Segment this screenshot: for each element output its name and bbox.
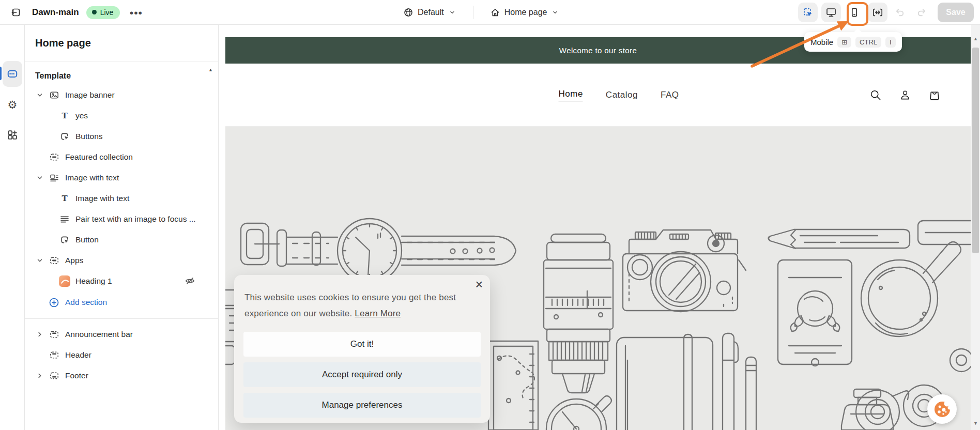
paragraph-icon [59,214,70,224]
preview-stage: Welcome to our store Home Catalog FAQ [219,25,980,430]
tree-item-heading-1[interactable]: Heading 1 [25,271,218,291]
ellipsis-icon: ••• [130,7,143,18]
inspect-cursor-icon [802,7,814,18]
tree-item-announcement-bar[interactable]: Announcement bar [25,324,218,345]
rail-item-theme-settings[interactable]: ⚙ [3,95,22,115]
nav-link-home[interactable]: Home [559,89,583,101]
tooltip-label: Mobile [810,38,833,47]
tree-item-yes[interactable]: T yes [25,105,218,126]
tree-item-buttons[interactable]: Buttons [25,126,218,147]
header-section-icon [49,350,60,360]
scrollbar-thumb[interactable] [972,48,979,253]
announcement-section-icon [49,329,60,340]
more-actions-button[interactable]: ••• [127,4,145,21]
manage-preferences-button[interactable]: Manage preferences [243,393,481,418]
got-it-button[interactable]: Got it! [243,332,481,357]
mobile-tooltip: Mobile ⊞ CTRL I [804,32,902,52]
tree-item-image-with-text[interactable]: Image with text [25,167,218,188]
nav-link-catalog[interactable]: Catalog [606,90,638,100]
cookie-settings-fab[interactable] [927,394,957,424]
learn-more-link[interactable]: Learn More [355,309,401,318]
store-nav: Home Catalog FAQ [559,89,679,101]
undo-icon [895,7,906,18]
image-with-text-icon [49,173,60,183]
button-cursor-icon [59,131,70,142]
text-icon: T [59,193,70,204]
rail-item-sections[interactable] [3,61,22,87]
live-badge-label: Live [100,8,114,17]
resize-width-icon [872,7,883,18]
chevron-down-icon [448,8,456,17]
undo-button[interactable] [891,4,909,21]
rail-item-apps[interactable] [3,125,22,145]
panel-title: Home page [35,37,208,49]
tree-item-button[interactable]: Button [25,229,218,250]
locale-label: Default [418,8,444,17]
sections-panel: Home page ▲ Template Image banner [25,25,219,430]
cookie-icon [932,400,952,419]
cookie-message: This website uses cookies to ensure you … [244,289,467,321]
inspect-mode-button[interactable] [798,3,818,22]
chevron-down-icon[interactable] [35,256,49,265]
tree-item-featured-collection[interactable]: Featured collection [25,147,218,167]
template-group-label: Template [35,71,218,81]
section-icon [49,152,60,162]
grid-key-badge: ⊞ [837,37,851,48]
tree-item-image-banner[interactable]: Image banner [25,85,218,105]
tree-item-footer[interactable]: Footer [25,365,218,386]
eye-slash-icon [185,275,195,286]
plus-circle-icon [49,297,59,308]
nav-link-faq[interactable]: FAQ [661,90,679,100]
scrollbar-up-icon[interactable]: ▲ [971,36,980,41]
toggle-visibility-button[interactable] [185,275,195,286]
cart-bag-icon [928,89,941,101]
chevron-down-icon[interactable] [35,173,49,182]
preview-scrollbar[interactable]: ▲ ▼ [971,25,980,430]
accept-required-only-button[interactable]: Accept required only [243,362,481,387]
text-icon: T [59,111,70,121]
add-section-button[interactable]: Add section [25,291,218,313]
desktop-icon [825,7,837,18]
hero-banner-section[interactable]: × This website uses cookies to ensure yo… [225,127,971,430]
page-selector[interactable]: Home page [486,4,564,21]
svg-text:T: T [62,194,68,203]
tree-item-header[interactable]: Header [25,345,218,365]
chevron-right-icon[interactable] [35,371,49,380]
cookie-consent-dialog: × This website uses cookies to ensure yo… [234,275,490,423]
tree-item-pair-text[interactable]: Pair text with an image to focus ... [25,209,218,229]
sections-icon [7,68,18,80]
tree-item-apps[interactable]: Apps [25,250,218,271]
theme-editor: Dawn-main Live ••• Default [0,0,980,430]
scrollbar-down-icon[interactable]: ▼ [971,421,980,426]
live-status-badge: Live [86,6,120,19]
store-header[interactable]: Home Catalog FAQ [225,64,971,127]
tree-item-image-with-text-heading[interactable]: T Image with text [25,188,218,209]
svg-text:T: T [62,111,68,120]
close-icon[interactable]: × [475,278,483,291]
store-account-button[interactable] [899,89,911,101]
locale-selector[interactable]: Default [399,4,461,21]
save-button[interactable]: Save [938,3,974,22]
chevron-down-icon[interactable] [35,90,49,100]
store-search-button[interactable] [869,89,882,101]
search-icon [869,89,882,101]
exit-editor-button[interactable] [7,4,25,21]
scroll-up-icon[interactable]: ▲ [208,67,213,72]
fullwidth-preview-button[interactable] [868,3,887,22]
exit-icon [10,7,22,18]
store-cart-button[interactable] [928,89,941,101]
app-block-icon [59,275,70,287]
mobile-preview-button[interactable] [845,3,864,22]
active-rail-indicator [0,67,2,80]
gear-icon: ⚙ [8,99,18,111]
topbar: Dawn-main Live ••• Default [0,0,980,25]
mobile-icon [849,7,860,18]
announcement-text: Welcome to our store [559,46,637,55]
chevron-right-icon[interactable] [35,330,49,339]
button-cursor-icon [59,235,70,245]
desktop-preview-button[interactable] [821,3,841,22]
redo-button[interactable] [912,4,930,21]
globe-icon [403,7,414,18]
section-icon [49,255,60,266]
account-icon [899,89,911,101]
